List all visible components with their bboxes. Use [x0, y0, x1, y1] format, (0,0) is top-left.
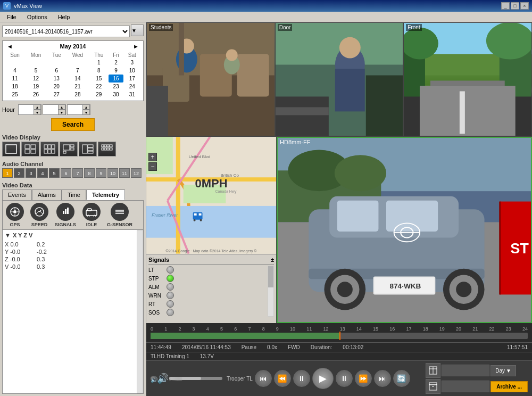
audio-btn-2[interactable]: 2	[14, 168, 24, 178]
telem-speed-btn[interactable]: SPEED	[28, 202, 51, 228]
tab-telemetry[interactable]: Telemetry	[86, 189, 125, 200]
volume-slider[interactable]: ||||||||||||	[169, 377, 222, 380]
rewind-btn[interactable]: ⏪	[274, 370, 291, 387]
svg-rect-1	[25, 145, 30, 148]
clip-input[interactable]	[442, 365, 489, 376]
menu-options[interactable]: Options	[22, 12, 52, 22]
archive-icon-btn[interactable]	[426, 379, 440, 394]
vd-grid1-btn[interactable]	[60, 142, 78, 156]
forward-btn[interactable]: ⏩	[355, 370, 372, 387]
cal-dow-thu: Thu	[89, 52, 109, 59]
audio-btn-8[interactable]: 8	[84, 168, 95, 178]
cal-dow-fri: Fri	[109, 52, 123, 59]
hour-down[interactable]: ▼	[34, 110, 41, 115]
signal-rt: RT	[148, 300, 268, 308]
telem-y-val: -0.2	[37, 249, 47, 255]
telem-gps-btn[interactable]: GPS	[4, 202, 26, 228]
tab-events[interactable]: Events	[2, 189, 32, 200]
telem-gsensor-btn[interactable]: G-SENSOR	[105, 202, 135, 228]
loop-btn[interactable]: 🔄	[393, 370, 410, 387]
vd-6cam-btn[interactable]	[40, 142, 59, 156]
audio-btn-4[interactable]: 4	[37, 168, 48, 178]
tab-time[interactable]: Time	[62, 189, 86, 200]
map-zoom-out[interactable]: −	[148, 162, 157, 171]
file-dropdown[interactable]: 20140516_1144-20140516_1157.avr	[2, 26, 130, 37]
skip-end-btn[interactable]: ⏭	[374, 370, 391, 387]
signal-alm-led	[167, 283, 174, 291]
camera-door[interactable]: Door	[275, 22, 404, 136]
skip-start-btn[interactable]: ⏮	[255, 370, 272, 387]
audio-btn-5[interactable]: 5	[49, 168, 60, 178]
telem-v-key: V -0.0	[5, 263, 37, 270]
signal-rt-name: RT	[148, 301, 164, 307]
archive-button[interactable]: Archive ...	[491, 381, 528, 392]
video-bottom-row: + −	[146, 137, 532, 323]
svg-rect-57	[335, 69, 365, 112]
telem-idle-btn[interactable]: IDLE	[80, 202, 103, 228]
camera-main[interactable]: HD8mm-FF	[277, 137, 532, 323]
close-button[interactable]: ×	[520, 2, 529, 10]
cal-next[interactable]: ►	[131, 43, 141, 50]
vd-grid2-btn[interactable]	[79, 142, 97, 156]
archive-input[interactable]	[442, 381, 489, 392]
scrubber-area[interactable]: 🔊 ||||||||||||	[157, 373, 222, 384]
audio-btn-12[interactable]: 12	[131, 168, 142, 178]
trooper-label: Trooper TL	[227, 376, 253, 382]
day-btn[interactable]: Day ▼	[491, 365, 516, 376]
cal-prev[interactable]: ◄	[5, 43, 15, 50]
hour-up[interactable]: ▲	[34, 104, 41, 110]
telem-collapse-icon[interactable]: ▼	[5, 232, 11, 238]
hour-input[interactable]: 11	[19, 106, 34, 113]
camera-front[interactable]: Front	[403, 22, 532, 136]
play-btn[interactable]: ▶	[312, 368, 334, 389]
telem-gps-label: GPS	[10, 222, 20, 227]
audio-btn-3[interactable]: 3	[26, 168, 36, 178]
signals-scrollbar[interactable]	[268, 266, 274, 317]
tab-alarms[interactable]: Alarms	[32, 189, 62, 200]
pause2-btn[interactable]: ⏸	[336, 370, 353, 387]
second-input[interactable]: 49	[68, 106, 82, 113]
timeline-progress	[151, 333, 339, 339]
second-down[interactable]: ▼	[82, 110, 90, 115]
video-display-label: Video Display	[2, 134, 144, 141]
telem-signals-btn[interactable]: SIGNALS	[53, 202, 78, 228]
audio-btn-1[interactable]: 1	[2, 168, 13, 178]
audio-btn-7[interactable]: 7	[72, 168, 83, 178]
minute-up[interactable]: ▲	[58, 104, 65, 110]
maximize-button[interactable]: □	[511, 2, 519, 10]
minimize-button[interactable]: _	[501, 2, 510, 10]
camera-students[interactable]: Students	[146, 22, 275, 136]
telem-scrollbar[interactable]	[137, 230, 143, 393]
search-button[interactable]: Search	[51, 118, 95, 131]
svg-rect-19	[102, 145, 104, 147]
vd-grid3-btn[interactable]	[98, 142, 116, 156]
signals-collapse[interactable]: ±	[271, 257, 274, 263]
svg-point-100	[337, 282, 353, 297]
svg-text:Fraser River: Fraser River	[152, 212, 178, 218]
menu-file[interactable]: File	[2, 12, 21, 22]
vd-1cam-btn[interactable]	[2, 142, 20, 156]
audio-btn-10[interactable]: 10	[107, 168, 118, 178]
vd-4cam-btn[interactable]	[21, 142, 39, 156]
minute-down[interactable]: ▼	[58, 110, 65, 115]
left-panel: 20140516_1144-20140516_1157.avr ▼ ◄ May …	[0, 22, 146, 396]
camera-front-feed	[404, 23, 531, 136]
video-display-row	[2, 142, 144, 156]
second-up[interactable]: ▲	[82, 104, 90, 110]
controls-bar: 🔊 🔊 |||||||||||| Trooper TL ⏮ ⏪ ⏸ ▶ ⏸ ⏩	[146, 360, 532, 396]
telem-idle-label: IDLE	[86, 222, 97, 227]
signal-alm-name: ALM	[148, 284, 164, 290]
telem-v-row: V -0.0 0.3	[5, 263, 135, 270]
audio-btn-9[interactable]: 9	[96, 168, 106, 178]
map-zoom-in[interactable]: +	[148, 153, 157, 161]
pause-btn[interactable]: ⏸	[293, 370, 310, 387]
audio-btn-6[interactable]: 6	[61, 168, 71, 178]
file-dropdown-btn[interactable]: ▼	[131, 24, 144, 36]
menu-help[interactable]: Help	[53, 12, 75, 22]
clip-icon-btn[interactable]	[426, 363, 440, 378]
gps-icon	[6, 203, 24, 221]
audio-btn-11[interactable]: 11	[119, 168, 130, 178]
timeline-bar[interactable]	[151, 333, 528, 339]
cal-today[interactable]: 16	[109, 75, 123, 82]
minute-input[interactable]: 44	[43, 106, 58, 113]
